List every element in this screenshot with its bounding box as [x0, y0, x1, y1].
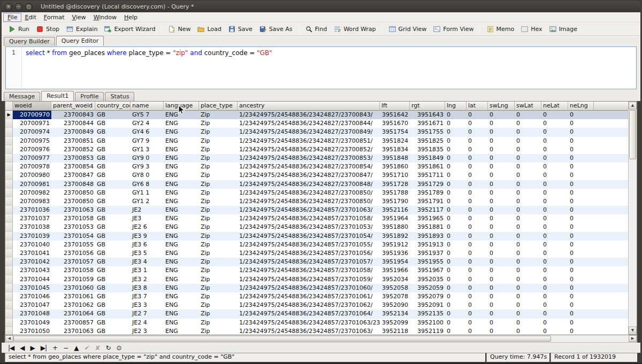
bookmark-button[interactable]: ⊙	[117, 344, 121, 352]
cell-swLng[interactable]: 0	[488, 327, 515, 335]
cell-neLng[interactable]: 0	[568, 232, 594, 241]
word-wrap-button[interactable]: Word Wrap	[330, 24, 379, 35]
cell-swLat[interactable]: 0	[515, 309, 541, 318]
cell-lat[interactable]: 0	[467, 266, 488, 275]
cell-woeid[interactable]: 23701038	[13, 223, 51, 231]
cell-rgt[interactable]: 3951789	[410, 189, 445, 197]
cell-language[interactable]: ENG	[164, 275, 199, 284]
cell-place_type[interactable]: Zip	[199, 284, 238, 292]
cell-lat[interactable]: 0	[467, 145, 488, 154]
cell-swLat[interactable]: 0	[515, 232, 541, 241]
table-row[interactable]: 2370104223701057GBJE3 4ENGZip1/23424975/…	[5, 258, 628, 266]
cell-country_code[interactable]: GB	[95, 128, 131, 136]
new-button[interactable]: New	[164, 24, 194, 35]
cell-neLng[interactable]: 0	[568, 189, 594, 197]
cell-place_type[interactable]: Zip	[199, 154, 238, 162]
cell-neLng[interactable]: 0	[568, 111, 594, 119]
cell-neLng[interactable]: 0	[568, 319, 594, 327]
cell-ancestry[interactable]: 1/23424975/24548836/23424857/23701058/	[238, 266, 380, 275]
cell-neLat[interactable]: 0	[541, 241, 568, 249]
cell-parent_woeid[interactable]: 23701053	[51, 223, 95, 231]
cell-neLng[interactable]: 0	[568, 284, 594, 292]
cell-name[interactable]: GY8 0	[131, 171, 164, 180]
cell-lat[interactable]: 0	[467, 232, 488, 241]
cell-neLat[interactable]: 0	[541, 154, 568, 162]
cell-rgt[interactable]: 3951729	[410, 180, 445, 189]
cell-neLng[interactable]: 0	[568, 145, 594, 154]
cell-swLat[interactable]: 0	[515, 154, 541, 162]
row-gutter[interactable]	[5, 284, 13, 292]
cell-lat[interactable]: 0	[467, 258, 488, 266]
cell-language[interactable]: ENG	[164, 128, 199, 136]
cell-lft[interactable]: 3951966	[380, 266, 410, 275]
row-gutter[interactable]	[5, 197, 13, 206]
cell-place_type[interactable]: Zip	[199, 301, 238, 309]
save-as-button[interactable]: Save As	[256, 24, 296, 35]
cell-swLng[interactable]: 0	[488, 137, 515, 145]
cell-neLng[interactable]: 0	[568, 309, 594, 318]
column-header-woeid[interactable]: woeid	[13, 102, 51, 111]
cell-rgt[interactable]: 3951671	[410, 119, 445, 128]
cell-country_code[interactable]: GB	[95, 249, 131, 258]
cell-lft[interactable]: 3951824	[380, 137, 410, 145]
cell-swLat[interactable]: 0	[515, 119, 541, 128]
last-record-button[interactable]: ▶|	[41, 344, 47, 352]
cell-neLat[interactable]: 0	[541, 284, 568, 292]
cell-lng[interactable]: 0	[445, 180, 467, 189]
cell-ancestry[interactable]: 1/23424975/24548836/23424857/23701063/23…	[238, 319, 380, 327]
cell-parent_woeid[interactable]: 23701063	[51, 327, 95, 335]
cell-rgt[interactable]: 3951913	[410, 241, 445, 249]
cell-country_code[interactable]: GB	[95, 327, 131, 335]
cell-lng[interactable]: 0	[445, 301, 467, 309]
cell-woeid[interactable]: 23701037	[13, 214, 51, 223]
minimize-button[interactable]: −	[15, 3, 22, 11]
cell-lng[interactable]: 0	[445, 284, 467, 292]
cell-name[interactable]: JE3 8	[131, 284, 164, 292]
cell-rgt[interactable]: 3951965	[410, 214, 445, 223]
column-header-place_type[interactable]: place_type	[199, 102, 238, 111]
menu-edit[interactable]: Edit	[21, 13, 40, 21]
cell-parent_woeid[interactable]: 23700857	[51, 319, 95, 327]
cell-parent_woeid[interactable]: 23700848	[51, 180, 95, 189]
cell-language[interactable]: ENG	[164, 206, 199, 214]
cell-lat[interactable]: 0	[467, 214, 488, 223]
cell-language[interactable]: ENG	[164, 241, 199, 249]
cell-woeid[interactable]: 20700971	[13, 119, 51, 128]
explain-button[interactable]: Explain	[63, 24, 101, 35]
cell-place_type[interactable]: Zip	[199, 197, 238, 206]
row-gutter[interactable]	[5, 128, 13, 136]
cell-lat[interactable]: 0	[467, 284, 488, 292]
cell-language[interactable]: ENG	[164, 249, 199, 258]
first-record-button[interactable]: |◀	[8, 344, 14, 352]
cell-woeid[interactable]: 20700978	[13, 162, 51, 171]
cell-name[interactable]: JE3	[131, 214, 164, 223]
load-button[interactable]: Load	[194, 24, 224, 35]
column-header-lng[interactable]: lng	[445, 102, 467, 111]
cell-neLat[interactable]: 0	[541, 145, 568, 154]
cell-swLng[interactable]: 0	[488, 189, 515, 197]
cell-lat[interactable]: 0	[467, 171, 488, 180]
form-view-button[interactable]: Form View	[430, 24, 477, 35]
cell-neLng[interactable]: 0	[568, 301, 594, 309]
prior-record-button[interactable]: ◀	[20, 344, 24, 352]
cell-ancestry[interactable]: 1/23424975/24548836/23424827/23700847/	[238, 171, 380, 180]
cell-parent_woeid[interactable]: 23700850	[51, 197, 95, 206]
cell-place_type[interactable]: Zip	[199, 214, 238, 223]
table-row[interactable]: 2370104523701060GBJE3 8ENGZip1/23424975/…	[5, 284, 628, 292]
cell-rgt[interactable]: 3951967	[410, 266, 445, 275]
cell-lng[interactable]: 0	[445, 162, 467, 171]
cell-rgt[interactable]: 3952079	[410, 292, 445, 301]
cell-lft[interactable]: 3952099	[380, 319, 410, 327]
row-marker-icon[interactable]: ▶	[5, 111, 13, 119]
cell-country_code[interactable]: GB	[95, 206, 131, 214]
cell-rgt[interactable]: 3951791	[410, 197, 445, 206]
menu-format[interactable]: Format	[40, 13, 68, 21]
cell-place_type[interactable]: Zip	[199, 327, 238, 335]
cell-neLat[interactable]: 0	[541, 189, 568, 197]
cell-woeid[interactable]: 23701042	[13, 258, 51, 266]
cell-place_type[interactable]: Zip	[199, 180, 238, 189]
cell-name[interactable]: GY1 2	[131, 197, 164, 206]
cell-language[interactable]: ENG	[164, 309, 199, 318]
cell-parent_woeid[interactable]: 23701056	[51, 249, 95, 258]
cell-place_type[interactable]: Zip	[199, 162, 238, 171]
